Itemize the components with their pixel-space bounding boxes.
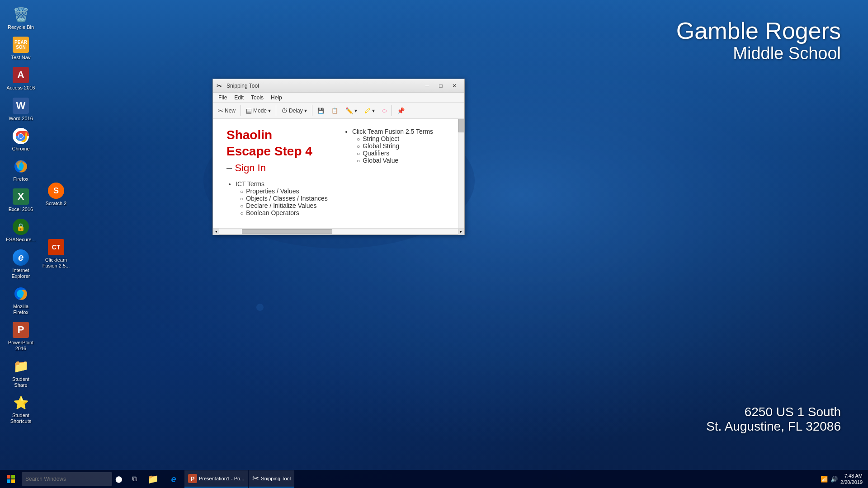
menu-file[interactable]: File (215, 94, 231, 102)
left-sub-4: Boolean Operators (240, 209, 343, 216)
toolbar-divider-4 (392, 105, 392, 116)
left-bullet-ict: ICT Terms Properties / Values Objects / … (236, 180, 343, 216)
right-sub-1: String Object (357, 135, 451, 142)
start-button[interactable] (2, 470, 20, 488)
right-bullet-ctf-label: Click Team Fusion 2.5 Terms (352, 128, 433, 135)
right-bullet-ctf: Click Team Fusion 2.5 Terms String Objec… (352, 128, 451, 164)
window-titlebar[interactable]: ✂ Snipping Tool ─ □ ✕ (213, 79, 464, 93)
right-sub-3: Qualifiers (357, 150, 451, 157)
snipping-tool-icon: ✂ (217, 82, 224, 89)
svg-point-2 (256, 304, 264, 311)
firefox-label: Firefox (13, 176, 28, 182)
desktop-icon-excel-2016[interactable]: X Excel 2016 (4, 186, 38, 214)
word-2016-label: Word 2016 (9, 116, 33, 122)
pin-icon: 📌 (397, 107, 405, 114)
desktop-icon-recycle-bin[interactable]: 🗑️ Recycle Bin (4, 4, 38, 32)
desktop-icon-scratch2[interactable]: S Scratch 2 (39, 180, 73, 208)
scroll-track (219, 229, 458, 235)
right-sub-bullets: String Object Global String Qualifiers G… (352, 135, 451, 164)
new-button[interactable]: ✂ New (215, 104, 239, 117)
vertical-scrollbar[interactable] (458, 119, 464, 228)
student-shortcuts-label: Student Shortcuts (5, 413, 36, 424)
powerpoint-label: PowerPoint 2016 (5, 340, 36, 352)
desktop-icon-student-share[interactable]: 📁 Student Share (4, 356, 38, 390)
eraser-button[interactable]: ⬭ (379, 104, 390, 117)
taskbar-file-explorer[interactable]: 📁 (143, 470, 163, 488)
scroll-right-arrow[interactable]: ▸ (458, 229, 464, 235)
highlighter-button[interactable]: 🖊▾ (361, 104, 378, 117)
delay-icon: ⏱ (281, 107, 288, 114)
subtitle-dash: – (226, 162, 232, 174)
student-share-label: Student Share (5, 376, 36, 388)
copy-button[interactable]: 📋 (328, 104, 341, 117)
recycle-bin-icon: 🗑️ (12, 5, 30, 23)
delay-button[interactable]: ⏱ Delay ▾ (278, 104, 310, 117)
maximize-button[interactable]: □ (434, 81, 447, 91)
minimize-button[interactable]: ─ (421, 81, 434, 91)
right-sub-4: Global Value (357, 157, 451, 164)
content-body: Shaolin Escape Step 4 – Sign In ICT Term… (226, 128, 451, 219)
testnav-label: Test Nav (11, 55, 31, 61)
desktop-icon-mozilla-firefox[interactable]: Mozilla Firefox (4, 283, 38, 317)
desktop-icon-testnav[interactable]: PEARSON Test Nav (4, 34, 38, 62)
menu-bar: File Edit Tools Help (213, 93, 464, 103)
recycle-bin-label: Recycle Bin (8, 24, 34, 30)
menu-edit[interactable]: Edit (231, 94, 247, 102)
mozilla-firefox-icon (12, 285, 30, 303)
cortana-button[interactable]: ⬤ (112, 472, 126, 486)
firefox-icon (12, 157, 30, 175)
left-bullets-list: ICT Terms Properties / Values Objects / … (226, 180, 343, 216)
close-button[interactable]: ✕ (448, 81, 461, 91)
toolbar: ✂ New ▤ Mode ▾ ⏱ Delay ▾ 💾 📋 ✏️▾ 🖊▾ ⬭ (213, 103, 464, 119)
desktop-icon-access-2016[interactable]: A Access 2016 (4, 64, 38, 93)
snipping-task-label: Snipping Tool (261, 476, 291, 481)
school-address-line1: 6250 US 1 South (706, 405, 841, 419)
network-icon: 📶 (821, 476, 828, 483)
desktop-icon-firefox[interactable]: Firefox (4, 155, 38, 184)
desktop-icons-col2: S Scratch 2 CT Clickteam Fusion 2.5... (35, 0, 77, 277)
school-info: Gamble Rogers Middle School (676, 18, 841, 63)
content-wrapper: Shaolin Escape Step 4 – Sign In ICT Term… (213, 119, 464, 228)
desktop-icon-clickteam[interactable]: CT Clickteam Fusion 2.5... (39, 236, 73, 271)
powerpoint-icon: P (12, 321, 30, 339)
right-bullets-list: Click Team Fusion 2.5 Terms String Objec… (343, 128, 451, 164)
eraser-icon: ⬭ (382, 108, 387, 114)
menu-help[interactable]: Help (267, 94, 286, 102)
mode-dropdown-icon: ▾ (268, 108, 271, 114)
desktop-icon-fsa-secure[interactable]: 🔒 FSASecure... (4, 216, 38, 244)
student-share-icon: 📁 (12, 357, 30, 375)
content-subtitle: – Sign In (226, 162, 343, 174)
mode-button[interactable]: ▤ Mode ▾ (243, 104, 274, 117)
taskbar-snipping-tool[interactable]: ✂ Snipping Tool (249, 470, 294, 488)
desktop-icon-ie[interactable]: e Internet Explorer (4, 247, 38, 281)
desktop-icon-powerpoint[interactable]: P PowerPoint 2016 (4, 319, 38, 353)
right-sub-2: Global String (357, 142, 451, 150)
access-2016-icon: A (12, 66, 30, 84)
chrome-label: Chrome (12, 146, 29, 152)
new-label: New (225, 108, 236, 114)
taskbar-edge[interactable]: e (164, 470, 184, 488)
desktop-icon-word-2016[interactable]: W Word 2016 (4, 95, 38, 123)
testnav-icon: PEARSON (12, 36, 30, 54)
desktop-icon-chrome[interactable]: Chrome (4, 125, 38, 154)
menu-tools[interactable]: Tools (247, 94, 267, 102)
taskbar-powerpoint[interactable]: P Presentation1 - Po... (184, 470, 248, 488)
snip-content: Shaolin Escape Step 4 – Sign In ICT Term… (213, 119, 464, 228)
powerpoint-task-label: Presentation1 - Po... (199, 476, 244, 481)
window-controls: ─ □ ✕ (421, 81, 461, 91)
left-sub-1: Properties / Values (240, 188, 343, 195)
mode-icon: ▤ (246, 107, 252, 114)
desktop-icon-student-shortcuts[interactable]: ⭐ Student Shortcuts (4, 392, 38, 426)
taskbar-clock[interactable]: 7:48 AM 2/20/2019 (840, 473, 863, 486)
save-button[interactable]: 💾 (314, 104, 327, 117)
taskbar-apps: 📁 e P Presentation1 - Po... ✂ Snipping T… (143, 470, 294, 488)
scrollbar-thumb (458, 119, 464, 132)
horizontal-scrollbar[interactable]: ◂ ▸ (213, 228, 464, 235)
content-title1: Shaolin (226, 128, 343, 142)
scroll-left-arrow[interactable]: ◂ (213, 229, 219, 235)
search-input[interactable] (22, 472, 112, 486)
pin-button[interactable]: 📌 (394, 104, 408, 117)
pen-button[interactable]: ✏️▾ (342, 104, 360, 117)
task-view-button[interactable]: ⧉ (127, 472, 141, 486)
edge-icon: e (171, 474, 176, 484)
